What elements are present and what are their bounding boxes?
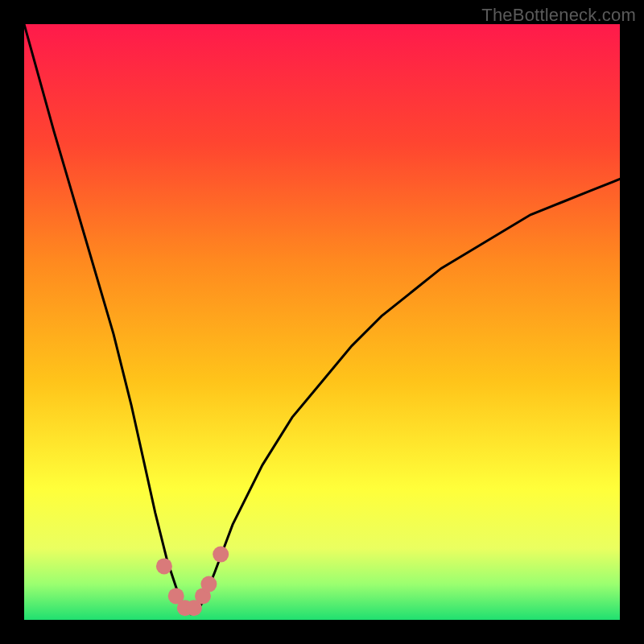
bottleneck-chart — [24, 24, 620, 620]
gradient-background — [24, 24, 620, 620]
watermark-text: TheBottleneck.com — [481, 5, 636, 26]
curve-marker — [200, 576, 217, 592]
plot-area — [24, 24, 620, 620]
chart-frame: TheBottleneck.com — [0, 0, 644, 644]
curve-marker — [156, 558, 172, 574]
curve-marker — [213, 547, 229, 563]
